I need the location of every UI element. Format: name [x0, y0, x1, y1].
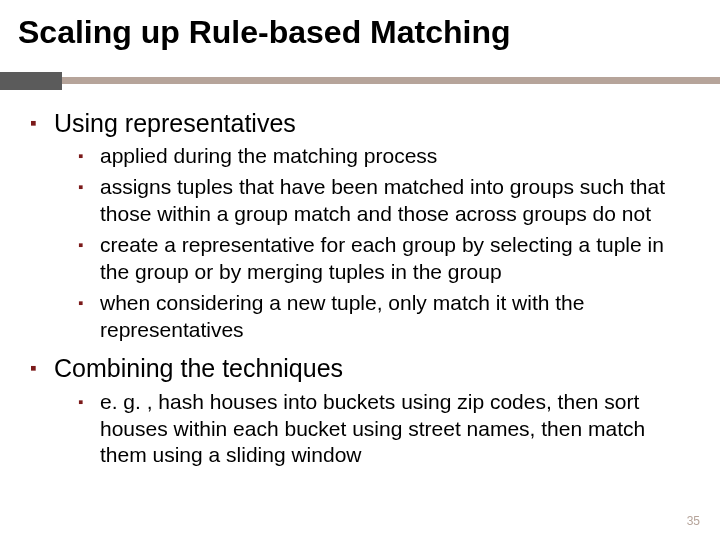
bullet-text: e. g. , hash houses into buckets using z…: [100, 390, 645, 467]
bullet-text: create a representative for each group b…: [100, 233, 664, 283]
bullet-text: assigns tuples that have been matched in…: [100, 175, 665, 225]
slide-body: Using representatives applied during the…: [28, 108, 692, 479]
bullet-text: Combining the techniques: [54, 354, 343, 382]
bullet-text: when considering a new tuple, only match…: [100, 291, 584, 341]
bullet-text: applied during the matching process: [100, 144, 437, 167]
accent-block: [0, 72, 62, 90]
bullet-list-level2: applied during the matching process assi…: [54, 143, 692, 343]
slide: Scaling up Rule-based Matching Using rep…: [0, 0, 720, 540]
bullet-list-level2: e. g. , hash houses into buckets using z…: [54, 389, 692, 470]
list-item: e. g. , hash houses into buckets using z…: [78, 389, 692, 470]
page-number: 35: [687, 514, 700, 528]
list-item: when considering a new tuple, only match…: [78, 290, 692, 344]
list-item: Using representatives applied during the…: [28, 108, 692, 343]
slide-title: Scaling up Rule-based Matching: [18, 14, 511, 51]
bullet-text: Using representatives: [54, 109, 296, 137]
list-item: applied during the matching process: [78, 143, 692, 170]
list-item: Combining the techniques e. g. , hash ho…: [28, 353, 692, 469]
list-item: assigns tuples that have been matched in…: [78, 174, 692, 228]
bullet-list-level1: Using representatives applied during the…: [28, 108, 692, 469]
list-item: create a representative for each group b…: [78, 232, 692, 286]
accent-bar: [0, 72, 720, 90]
accent-line: [62, 77, 720, 84]
